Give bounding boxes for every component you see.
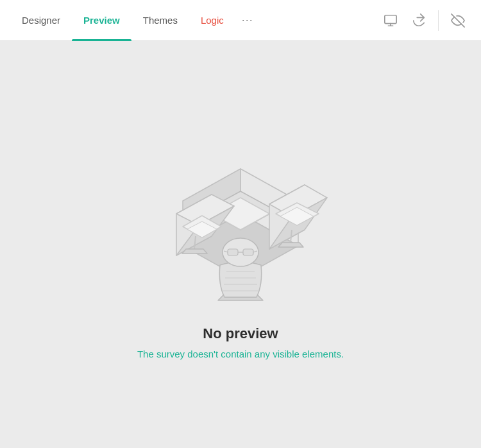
svg-rect-16 xyxy=(228,249,238,255)
svg-marker-27 xyxy=(278,243,303,247)
tab-themes-label: Themes xyxy=(143,15,178,26)
tab-logic-label: Logic xyxy=(201,15,224,26)
no-preview-title: No preview xyxy=(203,325,278,342)
svg-rect-17 xyxy=(243,249,253,255)
no-preview-illustration xyxy=(151,130,330,310)
more-tabs-label: ··· xyxy=(242,13,253,27)
redo-icon xyxy=(412,13,426,28)
tab-designer[interactable]: Designer xyxy=(10,0,72,41)
no-preview-subtitle: The survey doesn't contain any visible e… xyxy=(137,349,344,359)
eye-slash-icon xyxy=(451,13,465,28)
redo-button[interactable] xyxy=(406,8,432,33)
tab-preview[interactable]: Preview xyxy=(72,0,131,41)
toolbar: Designer Preview Themes Logic ··· xyxy=(0,0,481,41)
tab-preview-label: Preview xyxy=(83,15,120,26)
tab-bar: Designer Preview Themes Logic ··· xyxy=(10,0,260,41)
toolbar-actions xyxy=(378,8,471,33)
visibility-toggle-button[interactable] xyxy=(445,8,471,33)
svg-marker-34 xyxy=(182,249,207,254)
monitor-icon xyxy=(384,13,398,28)
app-container: Designer Preview Themes Logic ··· xyxy=(0,0,481,448)
tab-logic[interactable]: Logic xyxy=(189,0,235,41)
tab-designer-label: Designer xyxy=(22,15,60,26)
main-content: No preview The survey doesn't contain an… xyxy=(0,41,481,448)
toolbar-divider xyxy=(438,10,439,31)
monitor-button[interactable] xyxy=(378,8,403,33)
tab-themes[interactable]: Themes xyxy=(131,0,189,41)
svg-rect-0 xyxy=(385,15,396,23)
more-tabs-button[interactable]: ··· xyxy=(235,0,260,41)
